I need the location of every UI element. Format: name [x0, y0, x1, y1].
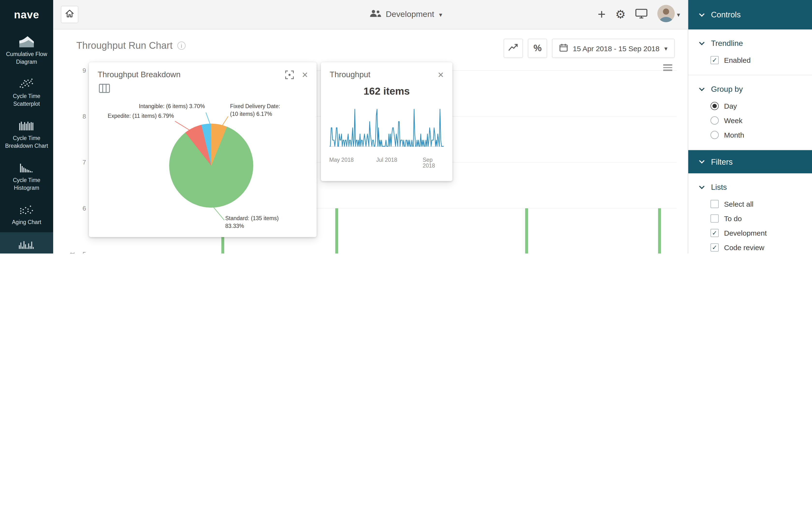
- list-filter-code-review[interactable]: Code review: [688, 240, 812, 253]
- center-column: Development ▾ + ⚙ ▾: [53, 0, 688, 253]
- run-chart-icon: [2, 238, 51, 250]
- filters-header[interactable]: Filters: [688, 150, 812, 173]
- group-by-section-title[interactable]: Group by: [688, 85, 812, 94]
- app-window: nave Cumulative Flow DiagramCycle Time S…: [0, 0, 812, 253]
- team-icon: [369, 9, 381, 20]
- option-label: Enabled: [724, 56, 751, 64]
- columns-view-icon[interactable]: [99, 83, 110, 95]
- chevron-down-icon: [699, 40, 705, 45]
- list-filter-select-all[interactable]: Select all: [688, 196, 812, 211]
- sidebar-item-cycle-time-histogram[interactable]: Cycle Time Histogram: [0, 156, 53, 198]
- sidebar-item-cycle-time-scatterplot[interactable]: Cycle Time Scatterplot: [0, 71, 53, 113]
- board-switcher[interactable]: Development ▾: [369, 9, 442, 20]
- group-by-month[interactable]: Month: [688, 127, 812, 142]
- display-button[interactable]: [636, 8, 648, 21]
- chart-nav: Cumulative Flow DiagramCycle Time Scatte…: [0, 30, 53, 253]
- throughput-panel-title: Throughput: [329, 70, 437, 79]
- radio[interactable]: [711, 116, 719, 124]
- sidebar-item-label: Aging Chart: [12, 219, 41, 225]
- date-range-value: 15 Apr 2018 - 15 Sep 2018: [573, 44, 660, 52]
- sidebar-item-label: Cycle Time Histogram: [13, 177, 40, 190]
- cfd-icon: [2, 36, 51, 47]
- pie-label-intangible: Intangible: (6 items) 3.70%: [102, 103, 205, 110]
- chevron-down-icon: [699, 11, 705, 17]
- breakdown-pie-chart[interactable]: [169, 124, 253, 208]
- chevron-down-icon: [699, 158, 705, 164]
- svg-text:5: 5: [83, 250, 86, 253]
- add-button[interactable]: +: [598, 8, 606, 21]
- group-by-day[interactable]: Day: [688, 99, 812, 113]
- option-label: Select all: [724, 200, 754, 208]
- option-label: Week: [724, 116, 743, 124]
- sparkline-month-label: Sep 2018: [423, 157, 443, 169]
- chevron-down-icon: ▾: [677, 11, 680, 18]
- scatterplot-icon: [2, 78, 51, 89]
- svg-text:7: 7: [83, 159, 86, 166]
- checkbox[interactable]: [711, 243, 719, 251]
- nave-logo[interactable]: nave: [0, 0, 53, 30]
- lists-section-title[interactable]: Lists: [688, 183, 812, 192]
- trendline-section: Trendline Enabled: [688, 30, 812, 75]
- svg-text:Daily Throughput: Daily Throughput: [69, 252, 76, 253]
- sidebar-item-aging-chart[interactable]: Aging Chart: [0, 198, 53, 232]
- board-name: Development: [386, 10, 434, 19]
- topbar: Development ▾ + ⚙ ▾: [53, 0, 688, 30]
- breakdown-panel-title: Throughput Breakdown: [98, 70, 285, 79]
- trendline-icon: [508, 42, 519, 55]
- chevron-down-icon: ▾: [439, 11, 442, 18]
- chevron-down-icon: ▾: [664, 45, 667, 52]
- sidebar-item-label: Cycle Time Scatterplot: [13, 93, 40, 107]
- date-range-picker[interactable]: 15 Apr 2018 - 15 Sep 2018 ▾: [552, 39, 675, 58]
- trendline-section-title[interactable]: Trendline: [688, 39, 812, 48]
- sparkline-month-label: Jul 2018: [376, 157, 397, 163]
- info-icon[interactable]: i: [177, 42, 186, 50]
- pie-label-fixed-delivery-date: Fixed Delivery Date:(10 items) 6.17%: [230, 103, 313, 118]
- group-by-week[interactable]: Week: [688, 113, 812, 127]
- chart-area: Throughput Run Chart i % 15 Apr 2018 - 1…: [53, 30, 688, 253]
- avatar: [658, 5, 675, 24]
- option-label: Day: [724, 102, 737, 110]
- option-label: Code review: [724, 243, 764, 251]
- cycle-breakdown-icon: [2, 120, 51, 131]
- svg-text:9: 9: [83, 67, 86, 74]
- percent-label: %: [534, 43, 542, 54]
- option-label: Month: [724, 131, 744, 139]
- throughput-total: 162 items: [321, 86, 452, 97]
- controls-sidebar: Controls Trendline Enabled Group by DayW…: [688, 0, 812, 253]
- sidebar-item-cycle-time-breakdown-chart[interactable]: Cycle Time Breakdown Chart: [0, 113, 53, 156]
- list-filter-development[interactable]: Development: [688, 225, 812, 240]
- controls-header-label: Controls: [711, 10, 741, 19]
- checkbox[interactable]: [711, 229, 719, 237]
- checkbox[interactable]: [711, 200, 719, 208]
- svg-text:8: 8: [83, 113, 86, 120]
- sidebar-item-cumulative-flow-diagram[interactable]: Cumulative Flow Diagram: [0, 30, 53, 71]
- lists-title-label: Lists: [711, 183, 727, 192]
- checkbox[interactable]: [711, 214, 719, 222]
- group-by-title-label: Group by: [711, 85, 743, 94]
- svg-text:6: 6: [83, 205, 86, 212]
- trendline-option-enabled[interactable]: Enabled: [688, 53, 812, 67]
- user-menu[interactable]: ▾: [658, 5, 680, 24]
- calendar-icon: [559, 43, 568, 53]
- lists-options: Select allTo doDevelopmentCode reviewCod…: [688, 196, 812, 253]
- sidebar-item-throughput-run-chart[interactable]: Throughput Run Chart: [0, 232, 53, 253]
- close-icon[interactable]: ×: [301, 69, 309, 80]
- focus-icon[interactable]: [285, 70, 294, 79]
- radio[interactable]: [711, 131, 719, 139]
- sparkline-x-labels: May 2018Jul 2018Sep 2018: [321, 157, 452, 166]
- chevron-down-icon: [699, 86, 705, 91]
- home-button[interactable]: [61, 6, 78, 23]
- controls-header[interactable]: Controls: [688, 0, 812, 30]
- throughput-sparkline: [329, 102, 444, 150]
- trendline-toggle-button[interactable]: [504, 39, 523, 58]
- radio[interactable]: [711, 102, 719, 110]
- settings-button[interactable]: ⚙: [615, 9, 626, 20]
- filters-header-label: Filters: [711, 157, 733, 166]
- chart-menu-button[interactable]: [663, 64, 672, 71]
- list-filter-to-do[interactable]: To do: [688, 211, 812, 225]
- trendline-title-label: Trendline: [711, 39, 743, 48]
- checkbox[interactable]: [711, 56, 719, 64]
- pie-label-standard: Standard: (135 items)83.33%: [225, 215, 308, 230]
- percent-toggle-button[interactable]: %: [528, 39, 547, 58]
- close-icon[interactable]: ×: [437, 69, 445, 80]
